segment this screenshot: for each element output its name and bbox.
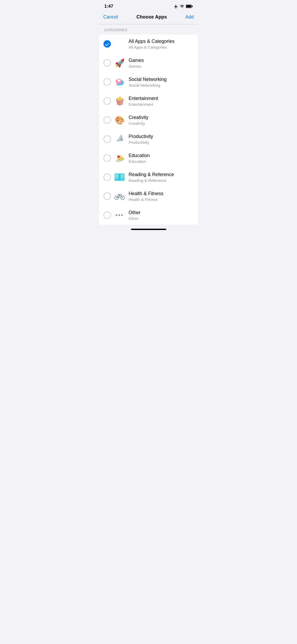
item-title: Entertainment [129,95,194,102]
item-subtitle: Social Networking [129,83,194,88]
svg-rect-24 [121,178,123,178]
radio-social[interactable] [103,78,111,86]
item-subtitle: Productivity [129,140,194,145]
entertainment-icon: 🍿 [114,96,125,106]
svg-point-12 [117,156,118,157]
status-bar: 1:47 [99,0,198,11]
item-subtitle: Reading & Reference [129,178,194,183]
svg-rect-18 [115,176,119,176]
item-subtitle: Entertainment [129,102,194,107]
battery-icon [186,4,193,8]
radio-entertainment[interactable] [103,97,111,105]
nav-bar: Cancel Choose Apps Add [99,11,198,24]
svg-line-30 [120,195,122,197]
list-item[interactable]: All Apps & Categories All Apps & Categor… [99,34,198,53]
reading-icon [114,172,125,182]
radio-unchecked-icon [103,97,111,105]
radio-education[interactable] [103,154,111,162]
social-networking-icon [115,77,125,87]
radio-unchecked-icon [103,78,111,86]
item-title: Creativity [129,114,194,121]
item-title: Education [129,153,194,159]
item-title: Other [129,210,194,216]
radio-creativity[interactable] [103,116,111,124]
radio-games[interactable] [103,59,111,67]
categories-list: All Apps & Categories All Apps & Categor… [99,34,198,225]
home-indicator-bar [99,225,198,234]
svg-rect-19 [115,177,119,177]
radio-unchecked-icon [103,192,111,200]
list-item[interactable]: 🚀 Games Games [99,53,198,72]
list-item[interactable]: ••• Other Other [99,206,198,225]
social-icon [114,77,125,87]
all-apps-icon [114,39,125,49]
list-item[interactable]: 🎨 Creativity Creativity [99,111,198,130]
radio-health[interactable] [103,192,111,200]
list-item[interactable]: Productivity Productivity [99,130,198,149]
svg-rect-20 [115,178,118,178]
item-subtitle: All Apps & Categories [129,45,194,49]
radio-reading[interactable] [103,173,111,181]
item-subtitle: Creativity [129,121,194,126]
education-icon [114,153,125,163]
status-icons [174,4,193,9]
airplane-icon [174,4,178,9]
radio-checked-icon [103,40,111,48]
games-icon: 🚀 [114,58,125,68]
svg-rect-21 [121,174,124,175]
list-item[interactable]: Reading & Reference Reading & Reference [99,168,198,187]
list-item[interactable]: Health & Fitness Health & Fitness [99,187,198,206]
wifi-icon [180,4,184,9]
radio-productivity[interactable] [103,135,111,143]
other-icon: ••• [114,210,125,220]
section-header-label: CATEGORIES [104,28,127,32]
add-button[interactable]: Add [185,13,194,21]
productivity-icon [114,134,125,144]
svg-rect-23 [121,177,124,177]
cancel-button[interactable]: Cancel [103,13,118,21]
book-icon [114,172,125,182]
radio-all[interactable] [103,40,111,48]
svg-line-34 [121,194,121,195]
section-header: CATEGORIES [99,24,198,34]
list-item[interactable]: Education Education [99,149,198,168]
item-title: All Apps & Categories [129,38,194,44]
item-title: Games [129,57,194,63]
health-icon [114,191,125,201]
svg-rect-16 [119,173,120,181]
radio-unchecked-icon [103,135,111,143]
item-subtitle: Games [129,64,194,68]
status-time: 1:47 [104,4,113,9]
svg-line-29 [117,195,120,197]
svg-rect-2 [192,6,193,7]
svg-rect-17 [115,174,119,175]
svg-line-33 [120,194,121,195]
item-subtitle: Health & Fitness [129,197,194,202]
bicycle-icon [114,192,125,201]
item-title: Health & Fitness [129,191,194,197]
item-subtitle: Education [129,159,194,164]
page-title: Choose Apps [136,14,167,20]
svg-rect-1 [186,5,191,7]
radio-unchecked-icon [103,59,111,67]
list-item[interactable]: Social Networking Social Networking [99,72,198,91]
radio-unchecked-icon [103,211,111,219]
svg-rect-22 [121,176,124,176]
dots-icon: ••• [115,212,124,219]
planet-icon [115,153,125,163]
radio-unchecked-icon [103,173,111,181]
list-item[interactable]: 🍿 Entertainment Entertainment [99,91,198,111]
creativity-icon: 🎨 [114,115,125,125]
radio-unchecked-icon [103,116,111,124]
item-title: Productivity [129,134,194,140]
home-indicator [131,229,166,230]
item-subtitle: Other [129,216,194,221]
radio-unchecked-icon [103,154,111,162]
radio-other[interactable] [103,211,111,219]
paper-plane-icon [115,134,124,144]
item-title: Social Networking [129,76,194,82]
item-title: Reading & Reference [129,172,194,178]
